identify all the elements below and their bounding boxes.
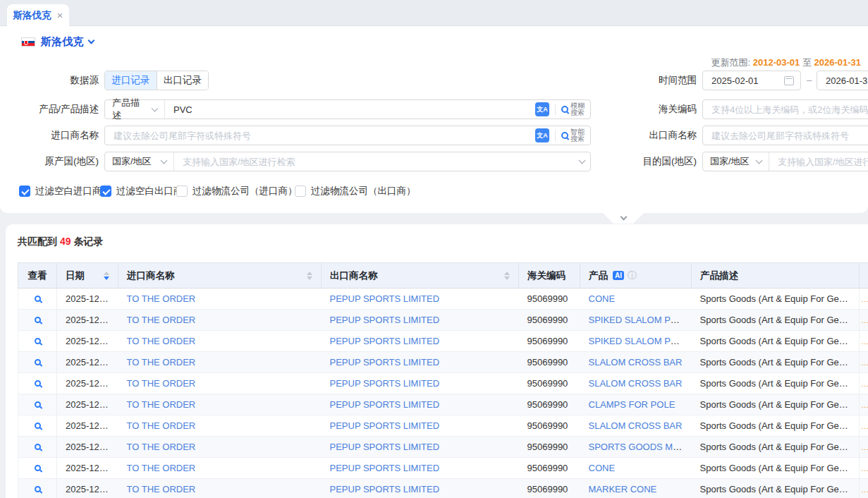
exporter-link[interactable]: PEPUP SPORTS LIMITED [330,315,440,325]
view-record-icon[interactable] [35,444,41,450]
exporter-link[interactable]: PEPUP SPORTS LIMITED [330,442,440,452]
tab-slovakia[interactable]: 斯洛伐克 × [7,4,69,26]
view-record-icon[interactable] [35,401,41,408]
product-link[interactable]: CLAMPS FOR POLE [589,399,676,410]
chevron-down-icon[interactable] [579,157,586,164]
sort-desc-icon[interactable] [307,277,312,280]
view-record-icon[interactable] [35,359,41,365]
destination-field: 国家/地区 [702,152,868,171]
destination-search-input[interactable] [769,157,868,167]
exporter-link[interactable]: PEPUP SPORTS LIMITED [330,399,440,410]
sort-desc-icon[interactable] [104,277,109,280]
product-type-select[interactable]: 产品描述 [105,100,165,119]
product-link[interactable]: CONE [589,463,616,473]
view-record-icon[interactable] [35,380,41,387]
importer-link[interactable]: TO THE ORDER [127,336,196,346]
exporter-input[interactable] [703,130,868,141]
product-link[interactable]: CONE [589,293,616,304]
smart-search-button[interactable]: 智能 搜索 [561,128,585,142]
hs-code-input[interactable] [703,104,868,115]
filter-logistics-importer-checkbox[interactable]: 过滤物流公司（进口商） [176,185,298,198]
table-row: 2025-12-25 TO THE ORDER PEPUP SPORTS LIM… [18,394,868,415]
exporter-link[interactable]: PEPUP SPORTS LIMITED [330,336,440,346]
view-record-icon[interactable] [35,486,41,492]
close-icon[interactable]: × [57,10,63,20]
product-link[interactable]: SLALOM CROSS BAR [589,357,683,368]
exporter-link[interactable]: PEPUP SPORTS LIMITED [330,293,440,304]
chevron-down-icon [161,157,168,164]
importer-link[interactable]: TO THE ORDER [127,378,196,389]
origin-type-select[interactable]: 国家/地区 [105,152,174,171]
importer-link[interactable]: TO THE ORDER [127,399,196,410]
product-link[interactable]: SLALOM CROSS BAR [589,420,683,431]
product-link[interactable]: SPIKED SLALOM POLE [589,336,689,346]
checkbox-icon[interactable] [176,186,188,197]
date-to-input[interactable] [817,75,868,86]
exporter-link[interactable]: PEPUP SPORTS LIMITED [330,420,440,431]
info-icon[interactable]: ⓘ [628,270,637,281]
sort-desc-icon[interactable] [504,277,510,280]
hs-code-cell: 95069990 [519,289,580,310]
sort-asc-icon[interactable] [504,272,510,275]
header-importer[interactable]: 进口商名称 [118,263,322,289]
filter-blank-exporter-checkbox[interactable]: 过滤空白出口商 [100,185,183,198]
exporter-link[interactable]: PEPUP SPORTS LIMITED [330,357,440,368]
exporter-link[interactable]: PEPUP SPORTS LIMITED [330,378,440,389]
header-exporter[interactable]: 出口商名称 [322,263,519,289]
sort-icons [104,272,109,280]
filter-logistics-exporter-checkbox[interactable]: 过滤物流公司（出口商） [295,185,416,198]
header-hs-code: 海关编码 [519,263,580,289]
hs-code-field[interactable] [702,99,868,119]
calendar-icon[interactable] [784,76,794,85]
importer-link[interactable]: TO THE ORDER [127,484,196,494]
importer-input[interactable] [105,130,535,141]
toggle-import-records[interactable]: 进口记录 [105,71,157,90]
view-record-icon[interactable] [35,296,41,302]
translate-icon[interactable]: 文A [535,128,549,142]
importer-link[interactable]: TO THE ORDER [127,315,196,325]
product-search-input[interactable] [165,104,535,115]
checkbox-icon[interactable] [295,186,306,197]
translate-icon[interactable]: 文A [535,102,549,116]
fuzzy-search-button[interactable]: 模糊 搜索 [561,102,585,116]
exporter-link[interactable]: PEPUP SPORTS LIMITED [330,484,440,494]
importer-link[interactable]: TO THE ORDER [127,442,196,452]
importer-link[interactable]: TO THE ORDER [127,293,196,304]
importer-link[interactable]: TO THE ORDER [127,463,196,473]
view-record-icon[interactable] [35,317,41,323]
date-from-field[interactable] [702,71,801,90]
importer-link[interactable]: TO THE ORDER [127,420,196,431]
toggle-export-records[interactable]: 出口记录 [157,71,208,90]
collapse-form-handle[interactable] [603,213,644,224]
filter-blank-importer-checkbox[interactable]: 过滤空白进口商 [19,185,102,198]
view-record-icon[interactable] [35,338,41,344]
sort-asc-icon[interactable] [307,272,312,275]
product-link[interactable]: MARKER CONE [589,484,657,494]
country-selector[interactable]: 斯洛伐克 [21,33,94,50]
sort-asc-icon[interactable] [104,272,109,275]
date-to-field[interactable] [817,71,868,90]
product-link[interactable]: SLALOM CROSS BAR [589,378,683,389]
importer-link[interactable]: TO THE ORDER [127,357,196,368]
date-cell: 2025-12-25 [57,394,118,415]
checkbox-icon[interactable] [100,186,111,197]
importer-cell: TO THE ORDER [118,415,322,437]
product-link[interactable]: SPIKED SLALOM POLE [589,315,689,325]
importer-cell: TO THE ORDER [118,310,322,331]
update-range-to: 2026-01-31 [814,57,862,68]
product-link[interactable]: SPORTS GOODS MAR... [589,442,692,452]
destination-type-select[interactable]: 国家/地区 [703,152,769,171]
checkbox-icon[interactable] [19,186,30,197]
product-cell: SPIKED SLALOM POLE [580,310,692,331]
exporter-cell: PEPUP SPORTS LIMITED [322,437,519,458]
origin-search-input[interactable] [174,157,580,167]
date-from-input[interactable] [703,75,784,86]
results-summary: 共匹配到49条记录 [18,236,104,248]
date-cell: 2025-12-25 [57,331,118,352]
exporter-field[interactable] [702,126,868,145]
view-record-icon[interactable] [35,423,41,429]
view-record-icon[interactable] [35,465,41,471]
header-date[interactable]: 日期 [57,263,118,289]
hs-code-cell: 95069990 [519,373,580,394]
exporter-link[interactable]: PEPUP SPORTS LIMITED [330,463,440,473]
